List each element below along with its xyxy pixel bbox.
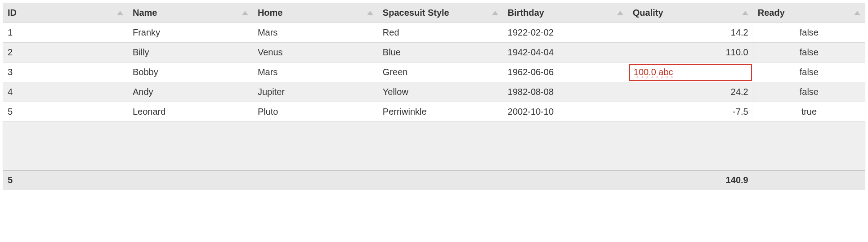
cell-style[interactable]: Red [378,23,503,43]
table-empty-area [3,122,865,170]
table-row[interactable]: 3 Bobby Mars Green 1962-06-06 false [3,63,865,82]
cell-ready[interactable]: false [753,63,865,82]
quality-input-invalid[interactable] [629,64,752,81]
table-header: ID Name Home Spacesuit Style [3,3,865,23]
sort-asc-icon [367,11,373,15]
cell-quality[interactable]: -7.5 [628,102,753,122]
sort-asc-icon [854,11,860,15]
svg-marker-0 [117,11,123,15]
data-table: ID Name Home Spacesuit Style [3,3,865,190]
svg-marker-4 [617,11,623,15]
column-header-spacesuit-style[interactable]: Spacesuit Style [378,3,503,23]
cell-name[interactable]: Bobby [128,63,253,82]
cell-style[interactable]: Perriwinkle [378,102,503,122]
column-label: Spacesuit Style [383,8,449,18]
cell-home[interactable]: Venus [253,43,378,63]
cell-home[interactable]: Pluto [253,102,378,122]
cell-name[interactable]: Leonard [128,102,253,122]
cell-birthday[interactable]: 2002-10-10 [503,102,628,122]
footer-count: 5 [3,170,128,190]
sort-asc-icon [242,11,248,15]
cell-home[interactable]: Mars [253,63,378,82]
svg-marker-6 [854,11,860,15]
cell-id[interactable]: 4 [3,82,128,102]
cell-style[interactable]: Yellow [378,82,503,102]
sort-asc-icon [492,11,498,15]
sort-asc-icon [742,11,748,15]
column-header-name[interactable]: Name [128,3,253,23]
column-label: ID [8,8,17,18]
cell-birthday[interactable]: 1962-06-06 [503,63,628,82]
footer-empty [378,170,503,190]
column-label: Name [133,8,157,18]
cell-quality[interactable]: 24.2 [628,82,753,102]
sort-asc-icon [617,11,623,15]
svg-marker-1 [242,11,248,15]
footer-quality-sum: 140.9 [628,170,753,190]
column-label: Quality [633,8,663,18]
cell-quality[interactable] [628,63,753,82]
cell-birthday[interactable]: 1982-08-08 [503,82,628,102]
table-row[interactable]: 2 Billy Venus Blue 1942-04-04 110.0 fals… [3,43,865,63]
cell-style[interactable]: Green [378,63,503,82]
sort-asc-icon [117,11,123,15]
footer-empty [253,170,378,190]
svg-marker-5 [742,11,748,15]
cell-name[interactable]: Franky [128,23,253,43]
footer-empty [128,170,253,190]
table-row[interactable]: 5 Leonard Pluto Perriwinkle 2002-10-10 -… [3,102,865,122]
cell-home[interactable]: Jupiter [253,82,378,102]
column-header-id[interactable]: ID [3,3,128,23]
column-label: Home [258,8,283,18]
column-header-home[interactable]: Home [253,3,378,23]
column-label: Birthday [508,8,544,18]
table-row[interactable]: 1 Franky Mars Red 1922-02-02 14.2 false [3,23,865,43]
table-body: 1 Franky Mars Red 1922-02-02 14.2 false … [3,23,865,170]
cell-style[interactable]: Blue [378,43,503,63]
column-header-birthday[interactable]: Birthday [503,3,628,23]
cell-name[interactable]: Andy [128,82,253,102]
cell-birthday[interactable]: 1922-02-02 [503,23,628,43]
cell-name[interactable]: Billy [128,43,253,63]
svg-marker-3 [492,11,498,15]
cell-id[interactable]: 3 [3,63,128,82]
cell-ready[interactable]: false [753,43,865,63]
cell-quality[interactable]: 110.0 [628,43,753,63]
table-footer: 5 140.9 [3,170,865,190]
cell-home[interactable]: Mars [253,23,378,43]
cell-id[interactable]: 2 [3,43,128,63]
cell-ready[interactable]: false [753,82,865,102]
cell-id[interactable]: 1 [3,23,128,43]
column-header-ready[interactable]: Ready [753,3,865,23]
footer-empty [753,170,865,190]
table-row[interactable]: 4 Andy Jupiter Yellow 1982-08-08 24.2 fa… [3,82,865,102]
footer-empty [503,170,628,190]
cell-ready[interactable]: true [753,102,865,122]
svg-marker-2 [367,11,373,15]
column-header-quality[interactable]: Quality [628,3,753,23]
cell-ready[interactable]: false [753,23,865,43]
column-label: Ready [758,8,785,18]
cell-birthday[interactable]: 1942-04-04 [503,43,628,63]
cell-id[interactable]: 5 [3,102,128,122]
cell-quality[interactable]: 14.2 [628,23,753,43]
